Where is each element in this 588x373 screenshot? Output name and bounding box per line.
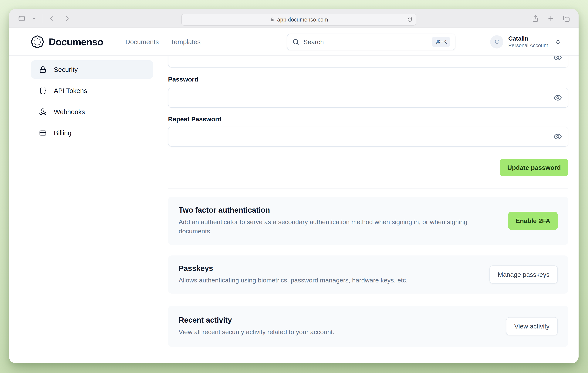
sidebar-item-label: Billing xyxy=(54,129,71,137)
passkeys-description: Allows authenticating using biometrics, … xyxy=(179,276,408,285)
nav-documents[interactable]: Documents xyxy=(125,38,159,46)
account-name: Catalin xyxy=(508,35,548,42)
account-type: Personal Account xyxy=(508,42,548,49)
update-password-button[interactable]: Update password xyxy=(500,159,568,176)
address-bar[interactable]: app.documenso.com xyxy=(181,14,416,26)
browser-window: app.documenso.com xyxy=(9,9,578,363)
search-shortcut-badge: ⌘+K xyxy=(432,37,450,47)
eye-icon[interactable] xyxy=(554,94,562,102)
avatar: C xyxy=(490,35,504,49)
sidebar-item-billing[interactable]: Billing xyxy=(31,124,153,142)
sidebar-item-api-tokens[interactable]: API Tokens xyxy=(31,81,153,100)
two-factor-title: Two factor authentication xyxy=(179,206,484,214)
recent-activity-card: Recent activity View all recent security… xyxy=(168,306,568,347)
form-actions: Update password xyxy=(168,159,568,176)
back-icon[interactable] xyxy=(48,15,55,22)
app-header: Documenso Documents Templates ⌘+K C Cata… xyxy=(9,28,578,56)
view-activity-button[interactable]: View activity xyxy=(506,317,558,335)
sidebar-item-label: Security xyxy=(54,66,78,73)
sidebar-item-label: Webhooks xyxy=(54,108,85,116)
recent-activity-text: Recent activity View all recent security… xyxy=(179,316,334,336)
account-menu[interactable]: C Catalin Personal Account xyxy=(490,28,562,56)
passkeys-card: Passkeys Allows authenticating using bio… xyxy=(168,255,568,293)
passkeys-text: Passkeys Allows authenticating using bio… xyxy=(179,264,408,285)
password-field xyxy=(168,88,568,108)
sidebar-item-security[interactable]: Security xyxy=(31,60,153,79)
passkeys-title: Passkeys xyxy=(179,264,408,273)
repeat-password-label: Repeat Password xyxy=(168,115,568,123)
browser-toolbar: app.documenso.com xyxy=(9,9,578,28)
nav-templates[interactable]: Templates xyxy=(170,38,201,46)
sidebar-toggle-icon[interactable] xyxy=(17,15,26,22)
share-icon[interactable] xyxy=(531,15,539,22)
new-tab-icon[interactable] xyxy=(547,15,554,22)
sidebar-item-webhooks[interactable]: Webhooks xyxy=(31,103,153,121)
reload-icon[interactable] xyxy=(407,17,413,22)
padlock-icon xyxy=(270,17,274,22)
braces-icon xyxy=(39,87,47,94)
two-factor-description: Add an authenticator to serve as a secon… xyxy=(179,217,484,236)
tabs-icon[interactable] xyxy=(562,15,570,22)
documenso-badge-icon xyxy=(30,35,44,49)
repeat-password-field xyxy=(168,127,568,147)
eye-icon[interactable] xyxy=(554,56,562,62)
password-label: Password xyxy=(168,75,568,83)
security-settings-main: Password Repeat Password Update password xyxy=(168,56,568,347)
chevron-down-icon[interactable] xyxy=(32,16,36,21)
sidebar-item-label: API Tokens xyxy=(54,87,87,94)
repeat-password-input[interactable] xyxy=(168,127,568,146)
lock-icon xyxy=(39,66,47,73)
current-password-input[interactable] xyxy=(168,56,568,67)
eye-icon[interactable] xyxy=(554,132,562,141)
app-body: Security API Tokens Webhooks Billing xyxy=(9,56,578,363)
manage-passkeys-button[interactable]: Manage passkeys xyxy=(489,265,558,283)
credit-card-icon xyxy=(39,129,47,137)
logo-text: Documenso xyxy=(49,36,103,48)
current-password-field xyxy=(168,56,568,68)
settings-sidebar: Security API Tokens Webhooks Billing xyxy=(31,60,153,145)
enable-2fa-button[interactable]: Enable 2FA xyxy=(508,212,558,230)
two-factor-card: Two factor authentication Add an authent… xyxy=(168,197,568,245)
recent-activity-description: View all recent security activity relate… xyxy=(179,327,334,336)
search-input[interactable] xyxy=(304,38,428,46)
search-icon xyxy=(292,39,299,45)
section-divider xyxy=(168,188,568,189)
url-text: app.documenso.com xyxy=(277,17,328,23)
forward-icon[interactable] xyxy=(63,15,71,22)
top-nav: Documents Templates xyxy=(125,28,201,56)
search-bar[interactable]: ⌘+K xyxy=(287,34,455,50)
documenso-logo[interactable]: Documenso xyxy=(30,28,103,56)
webhook-icon xyxy=(39,108,47,116)
toolbar-divider xyxy=(42,14,42,23)
recent-activity-title: Recent activity xyxy=(179,316,334,324)
two-factor-text: Two factor authentication Add an authent… xyxy=(179,206,484,236)
password-input[interactable] xyxy=(168,88,568,107)
chevrons-up-down-icon xyxy=(554,38,562,45)
